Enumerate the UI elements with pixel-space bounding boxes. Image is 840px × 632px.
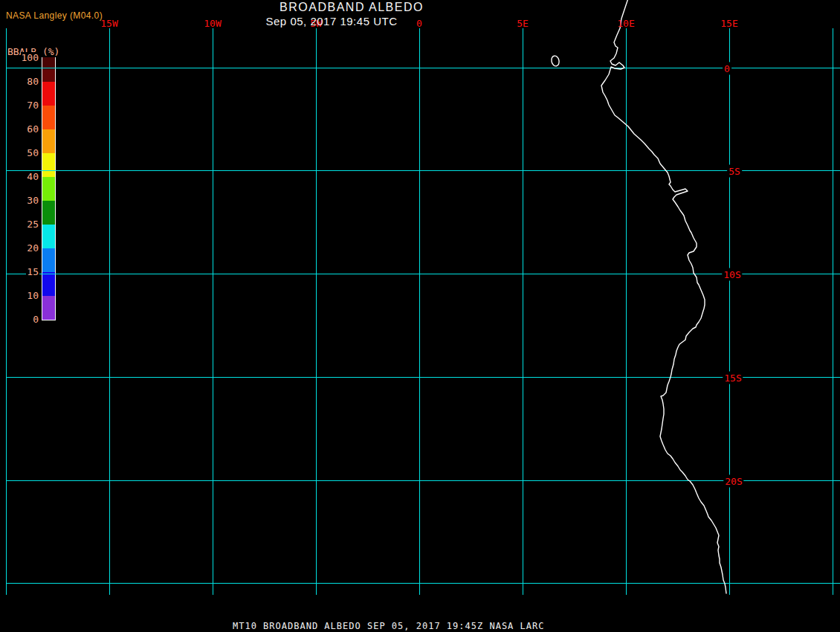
colorbar-tick-label: 60 — [0, 123, 39, 135]
colorbar-tick-text: 80 — [26, 76, 39, 87]
colorbar-tick-text: 20 — [26, 242, 39, 254]
latitude-label: 10S — [722, 268, 742, 280]
colorbar-tick-label: 30 — [0, 195, 39, 206]
colorbar-tick-text: 10 — [26, 290, 39, 301]
colorbar-tick-label: 10 — [0, 290, 39, 301]
colorbar-tick-label: 0 — [0, 314, 39, 325]
colorbar-tick-label: 80 — [0, 76, 39, 87]
page-title: BROADBAND ALBEDO — [280, 1, 424, 14]
longitude-label: 15E — [720, 18, 737, 29]
colorbar-tick-label: 20 — [0, 242, 39, 254]
colorbar-tick-text: 70 — [26, 100, 39, 111]
longitude-label: 10E — [617, 18, 634, 29]
colorbar-tick-text: 15 — [26, 266, 39, 277]
longitude-label: 15W — [100, 18, 117, 29]
latitude-label: 0 — [723, 62, 731, 74]
latitude-label: 15S — [723, 371, 743, 384]
colorbar-tick-label: 15 — [0, 266, 39, 277]
latitude-label: 5S — [727, 164, 742, 177]
colorbar-tick-text: 50 — [26, 147, 39, 158]
timestamp-label: Sep 05, 2017 19:45 UTC — [266, 15, 398, 28]
colorbar-tick-text: 60 — [26, 123, 39, 135]
colorbar-tick-label: 70 — [0, 100, 39, 111]
island-outline — [550, 55, 560, 67]
footer-caption: MT10 BROADBAND ALBEDO SEP 05, 2017 19:45… — [233, 621, 544, 631]
longitude-label: 10W — [204, 18, 221, 29]
colorbar-tick-label: 25 — [0, 219, 39, 230]
colorbar-tick-label: 40 — [0, 171, 39, 182]
colorbar-tick-text: 100 — [21, 52, 39, 63]
albedo-map-canvas: BBALB (%) NASA Langley (M04.0) BROADBAND… — [0, 0, 840, 632]
longitude-label: 5E — [517, 18, 529, 29]
colorbar-tick-text: 0 — [32, 314, 39, 325]
map-plot-area — [0, 0, 840, 632]
colorbar-tick-text: 30 — [26, 195, 39, 206]
colorbar-tick-text: 25 — [26, 219, 39, 230]
latitude-label: 20S — [723, 474, 743, 487]
colorbar-tick-text: 40 — [26, 171, 39, 182]
credit-label: NASA Langley (M04.0) — [6, 10, 103, 21]
colorbar-tick-label: 100 — [0, 52, 39, 63]
longitude-label: 0 — [416, 18, 422, 29]
colorbar-tick-label: 50 — [0, 147, 39, 158]
coastline-africa-west — [601, 0, 726, 593]
